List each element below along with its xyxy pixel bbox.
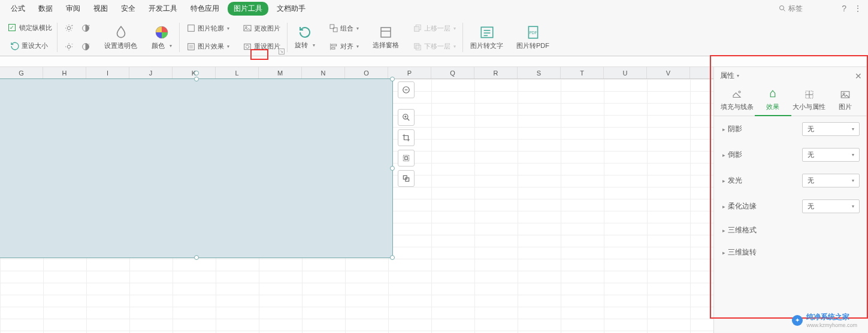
lock-ratio-label: 锁定纵横比 bbox=[19, 23, 52, 32]
change-pic-button[interactable]: 更改图片 bbox=[241, 22, 282, 34]
menu-special-app[interactable]: 特色应用 bbox=[186, 2, 224, 16]
reset-pic-button[interactable]: 重设图片 bbox=[241, 41, 282, 53]
col-header[interactable]: P bbox=[388, 67, 431, 78]
reflection-select[interactable]: 无▾ bbox=[802, 148, 860, 162]
effect-tab-icon bbox=[767, 89, 779, 100]
accordion-glow[interactable]: ▸发光 无▾ bbox=[714, 168, 868, 193]
menu-dev-tools[interactable]: 开发工具 bbox=[144, 2, 182, 16]
tab-picture[interactable]: 图片 bbox=[827, 87, 863, 116]
menu-picture-tools[interactable]: 图片工具 bbox=[228, 2, 268, 16]
rotate-button[interactable]: 旋转▾ bbox=[292, 25, 317, 50]
panel-title-dropdown[interactable]: 属性▾ bbox=[720, 71, 739, 81]
expand-arrow-icon: ▸ bbox=[722, 250, 725, 256]
svg-rect-22 bbox=[381, 28, 391, 37]
send-backward-button[interactable]: 下移一层▾ bbox=[411, 41, 458, 53]
col-header[interactable]: S bbox=[518, 67, 561, 78]
help-icon[interactable]: ? bbox=[842, 4, 846, 13]
menu-bar: 公式 数据 审阅 视图 安全 开发工具 特色应用 图片工具 文档助手 标签 ? … bbox=[0, 0, 868, 17]
menu-doc-helper[interactable]: 文档助手 bbox=[272, 2, 310, 16]
resize-handle-s[interactable] bbox=[194, 255, 199, 260]
brightness-inc-icon[interactable]: + bbox=[62, 22, 75, 34]
col-header[interactable]: R bbox=[474, 67, 518, 78]
menu-formula[interactable]: 公式 bbox=[6, 2, 30, 16]
dialog-launcher[interactable]: ↘ bbox=[279, 49, 285, 55]
col-header[interactable]: I bbox=[86, 67, 129, 78]
reset-size-button[interactable]: 重设大小 bbox=[8, 40, 52, 52]
align-button[interactable]: 对齐▾ bbox=[327, 41, 361, 53]
ribbon-group-size: ✓ 锁定纵横比 重设大小 bbox=[4, 19, 57, 56]
col-header[interactable]: N bbox=[302, 67, 345, 78]
tab-size-props[interactable]: 大小与属性 bbox=[791, 87, 827, 116]
outline-icon bbox=[186, 23, 196, 33]
layer-button[interactable] bbox=[398, 170, 415, 187]
bring-forward-icon bbox=[413, 23, 422, 33]
menu-security[interactable]: 安全 bbox=[116, 2, 140, 16]
search-icon bbox=[779, 5, 786, 12]
zoom-out-button[interactable] bbox=[398, 81, 415, 98]
svg-text:−: − bbox=[88, 42, 90, 46]
bring-forward-button[interactable]: 上移一层▾ bbox=[411, 22, 458, 34]
selected-picture[interactable] bbox=[0, 79, 392, 258]
accordion-reflection[interactable]: ▸倒影 无▾ bbox=[714, 142, 868, 168]
zoom-in-button[interactable] bbox=[398, 109, 415, 126]
svg-point-0 bbox=[780, 6, 784, 10]
col-header[interactable]: G bbox=[0, 67, 43, 78]
contrast-inc-icon[interactable]: + bbox=[79, 22, 92, 34]
col-header[interactable]: M bbox=[259, 67, 302, 78]
col-header[interactable]: V bbox=[647, 67, 690, 78]
resize-handle-n[interactable] bbox=[194, 77, 199, 81]
panel-header: 属性▾ ✕ bbox=[714, 67, 868, 84]
ribbon-group-layer: 上移一层▾ 下移一层▾ bbox=[406, 19, 462, 56]
accordion-soft-edge[interactable]: ▸柔化边缘 无▾ bbox=[714, 193, 868, 219]
menu-data[interactable]: 数据 bbox=[34, 2, 58, 16]
floating-toolbar bbox=[398, 81, 415, 187]
search-box[interactable]: 标签 bbox=[775, 2, 834, 16]
col-header[interactable]: U bbox=[604, 67, 647, 78]
contrast-dec-icon[interactable]: − bbox=[79, 41, 92, 53]
svg-rect-20 bbox=[332, 44, 337, 46]
col-header[interactable]: L bbox=[216, 67, 259, 78]
brightness-dec-icon[interactable]: − bbox=[62, 41, 75, 53]
panel-close-button[interactable]: ✕ bbox=[855, 71, 862, 81]
shadow-select[interactable]: 无▾ bbox=[802, 122, 860, 136]
rotate-handle[interactable] bbox=[194, 71, 199, 75]
resize-handle-se[interactable] bbox=[390, 255, 395, 260]
accordion-3d-rotate[interactable]: ▸三维旋转 bbox=[714, 241, 868, 264]
menu-review[interactable]: 审阅 bbox=[61, 2, 85, 16]
set-transparent-button[interactable]: 设置透明色 bbox=[102, 25, 140, 50]
menu-view[interactable]: 视图 bbox=[89, 2, 113, 16]
group-button[interactable]: 组合▾ bbox=[327, 22, 361, 34]
accordion-3d-format[interactable]: ▸三维格式 bbox=[714, 219, 868, 241]
glow-select[interactable]: 无▾ bbox=[802, 174, 860, 187]
lock-ratio-checkbox[interactable]: ✓ bbox=[8, 24, 16, 31]
col-header[interactable]: T bbox=[561, 67, 604, 78]
svg-rect-21 bbox=[332, 47, 335, 49]
ribbon-group-change-pic: 更改图片 重设图片 ↘ bbox=[236, 19, 287, 56]
pic-outline-button[interactable]: 图片轮廓▾ bbox=[185, 22, 231, 34]
color-button[interactable]: 颜色▾ bbox=[149, 25, 174, 50]
select-pane-button[interactable]: 选择窗格 bbox=[370, 25, 401, 50]
fit-button[interactable] bbox=[398, 150, 415, 166]
ribbon-group-color: 颜色▾ bbox=[144, 19, 179, 56]
crop-button[interactable] bbox=[398, 129, 415, 146]
tab-fill-line[interactable]: 填充与线条 bbox=[719, 87, 755, 116]
more-icon[interactable]: ⋮ bbox=[854, 4, 862, 13]
col-header[interactable]: Q bbox=[431, 67, 474, 78]
accordion-shadow[interactable]: ▸阴影 无▾ bbox=[714, 116, 868, 142]
pic-effect-button[interactable]: 图片效果▾ bbox=[185, 41, 231, 53]
resize-handle-e[interactable] bbox=[390, 166, 395, 171]
expand-arrow-icon: ▸ bbox=[722, 228, 725, 234]
soft-edge-select[interactable]: 无▾ bbox=[802, 199, 860, 213]
spreadsheet[interactable]: G H I J K L M N O P Q R S T U V bbox=[0, 67, 713, 333]
formula-bar-area bbox=[0, 56, 868, 67]
resize-handle-ne[interactable] bbox=[390, 77, 395, 81]
pic-to-text-button[interactable]: 图片转文字 bbox=[468, 25, 506, 50]
tab-effect[interactable]: 效果 bbox=[755, 87, 791, 116]
ribbon-group-arrange: 组合▾ 对齐▾ bbox=[322, 19, 365, 56]
sheet-wrap: G H I J K L M N O P Q R S T U V bbox=[0, 67, 868, 333]
ribbon-group-select-pane: 选择窗格 bbox=[365, 19, 406, 56]
col-header[interactable]: H bbox=[43, 67, 86, 78]
col-header[interactable]: O bbox=[345, 67, 388, 78]
col-header[interactable]: J bbox=[129, 67, 173, 78]
pic-to-pdf-button[interactable]: PDF 图片转PDF bbox=[514, 25, 552, 50]
